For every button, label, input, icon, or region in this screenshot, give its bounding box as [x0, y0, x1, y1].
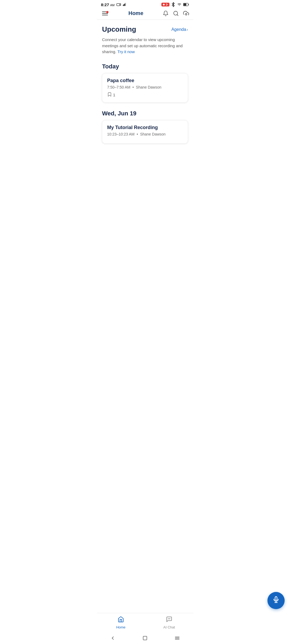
meeting-title: Papa coffee — [107, 78, 183, 83]
system-nav-bar — [97, 632, 193, 644]
clip-count: 1 — [113, 93, 115, 97]
today-meeting-card[interactable]: Papa coffee 7:50–7:50 AM • Shane Dawson … — [102, 73, 188, 103]
wednesday-meeting-meta: 10:23–10:23 AM • Shane Dawson — [107, 132, 183, 136]
signal-icon — [122, 3, 127, 6]
meeting-footer: 1 — [107, 92, 183, 98]
wednesday-meeting-time: 10:23–10:23 AM — [107, 132, 135, 136]
home-icon — [118, 616, 124, 624]
date-title: Wed, Jun 19 — [102, 110, 188, 117]
back-button[interactable] — [107, 633, 118, 643]
status-right-icons — [161, 2, 189, 7]
try-it-now-link[interactable]: Try it now — [117, 49, 135, 54]
status-time: 8:27 AM — [101, 2, 115, 7]
upcoming-title: Upcoming — [102, 25, 136, 34]
today-title: Today — [102, 63, 188, 70]
nav-ai-chat[interactable]: AI Chat — [145, 614, 193, 631]
svg-rect-2 — [124, 4, 124, 6]
svg-rect-8 — [184, 3, 186, 6]
battery-icon — [183, 3, 189, 6]
wednesday-section: Wed, Jun 19 My Tutorial Recording 10:23–… — [102, 110, 188, 144]
upcoming-section: Upcoming Agenda › Connect your calendar … — [102, 25, 188, 55]
nav-home[interactable]: Home — [97, 614, 145, 631]
bell-icon — [163, 10, 169, 16]
notifications-button[interactable] — [163, 10, 169, 16]
meeting-host: Shane Dawson — [136, 85, 161, 89]
ai-chat-icon — [166, 616, 172, 624]
wednesday-meeting-host: Shane Dawson — [140, 132, 166, 136]
svg-line-11 — [177, 14, 178, 16]
cloud-upload-icon — [183, 10, 189, 16]
search-icon — [173, 10, 179, 16]
svg-rect-1 — [123, 5, 124, 6]
svg-rect-19 — [143, 636, 147, 640]
notification-dot — [106, 11, 108, 13]
meeting-time: 7:50–7:50 AM — [107, 85, 130, 89]
hamburger-button[interactable] — [101, 10, 109, 16]
status-left-icons — [116, 2, 127, 7]
ai-chat-label: AI Chat — [163, 625, 175, 629]
upcoming-description: Connect your calendar to view upcoming m… — [102, 37, 188, 55]
agenda-link[interactable]: Agenda › — [171, 27, 188, 32]
svg-rect-0 — [117, 3, 119, 6]
chevron-right-icon: › — [187, 27, 188, 32]
svg-point-5 — [163, 4, 165, 6]
header-title: Home — [128, 10, 143, 16]
bottom-nav: Home AI Chat — [97, 613, 193, 632]
header: Home — [97, 8, 193, 20]
recording-badge — [161, 3, 169, 6]
wednesday-meeting-title: My Tutorial Recording — [107, 125, 183, 130]
upcoming-header: Upcoming Agenda › — [102, 25, 188, 34]
header-icons — [163, 10, 189, 16]
home-label: Home — [116, 625, 126, 629]
recents-button[interactable] — [172, 633, 183, 643]
today-section: Today Papa coffee 7:50–7:50 AM • Shane D… — [102, 63, 188, 103]
search-button[interactable] — [173, 10, 179, 16]
wednesday-meeting-card[interactable]: My Tutorial Recording 10:23–10:23 AM • S… — [102, 120, 188, 144]
home-system-button[interactable] — [140, 633, 150, 643]
meeting-meta: 7:50–7:50 AM • Shane Dawson — [107, 85, 183, 89]
upload-button[interactable] — [183, 10, 189, 16]
wifi-icon — [177, 3, 182, 6]
bluetooth-icon — [171, 2, 176, 7]
svg-rect-4 — [125, 3, 126, 6]
svg-rect-3 — [125, 4, 125, 6]
clip-icon — [107, 92, 112, 98]
status-bar: 8:27 AM — [97, 0, 193, 8]
svg-rect-9 — [188, 4, 189, 5]
main-content: Upcoming Agenda › Connect your calendar … — [97, 20, 193, 178]
camera-icon — [116, 2, 121, 7]
